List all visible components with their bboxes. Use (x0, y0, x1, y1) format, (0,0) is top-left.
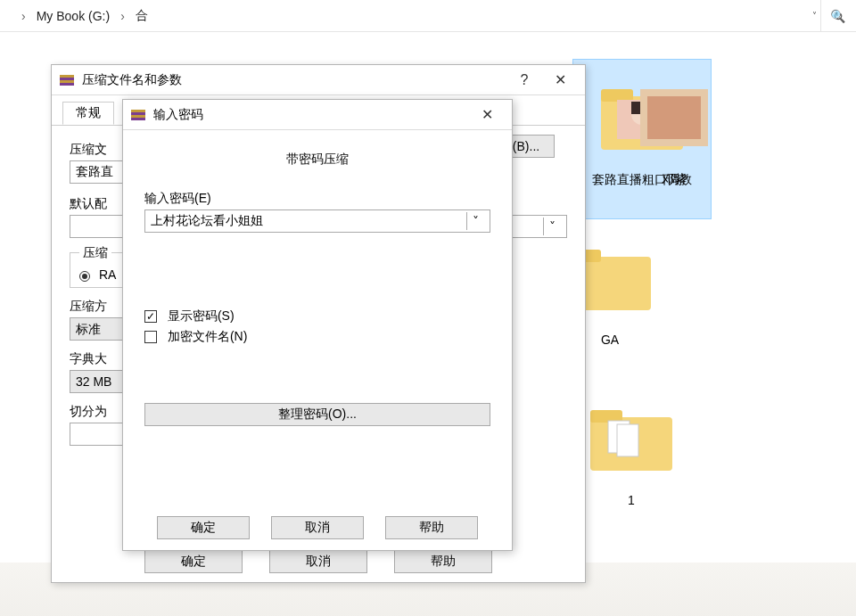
password-label: 输入密码(E) (144, 191, 490, 207)
chevron-down-icon: ˅ (466, 212, 484, 230)
dict-label: 字典大 (70, 351, 126, 367)
chevron-down-icon: ˅ (543, 218, 561, 235)
folder-label: GA (601, 333, 619, 349)
ok-button[interactable]: 确定 (157, 516, 250, 539)
password-value: 上村花论坛看小姐姐 (151, 213, 263, 229)
gear-thumb-icon (0, 82, 25, 153)
tab-general[interactable]: 常规 (62, 102, 114, 125)
image-thumb-icon (630, 82, 719, 153)
ok-button[interactable]: 确定 (144, 550, 243, 573)
chevron-right-icon: › (16, 9, 31, 23)
format-group: 压缩 RA (70, 252, 126, 288)
help-button[interactable]: ? (506, 72, 542, 88)
dict-select[interactable]: 32 MB (70, 370, 123, 393)
breadcrumb-seg[interactable]: 合 (130, 8, 153, 24)
password-combo[interactable]: 上村花论坛看小姐姐 ˅ (144, 209, 490, 233)
manage-passwords-button[interactable]: 整理密码(O)... (144, 403, 490, 426)
show-password-label: 显示密码(S) (168, 308, 235, 323)
encrypt-names-checkbox[interactable] (144, 331, 157, 343)
search-icon: 🔍 (830, 9, 845, 23)
breadcrumb-seg[interactable]: My Book (G:) (31, 9, 115, 23)
svg-rect-23 (617, 424, 638, 456)
winrar-icon (59, 72, 75, 88)
password-heading: 带密码压缩 (144, 152, 490, 168)
method-select[interactable]: 标准 (70, 317, 123, 341)
svg-rect-29 (131, 115, 145, 118)
radio-rar-label: RA (99, 267, 116, 282)
dialog-titlebar[interactable]: 压缩文件名和参数 ? ✕ (52, 65, 585, 95)
archive-name-value: 套路直 (76, 164, 113, 180)
svg-rect-25 (60, 75, 74, 78)
method-label: 压缩方 (70, 299, 126, 315)
winrar-icon (130, 107, 146, 123)
cancel-button[interactable]: 取消 (271, 516, 364, 539)
split-label: 切分为 (70, 404, 126, 420)
help-button[interactable]: 帮助 (385, 516, 478, 539)
dialog-title: 输入密码 (153, 107, 469, 123)
folder-item[interactable]: 邓紫 (605, 59, 744, 219)
search-box[interactable]: 🔍 (820, 0, 856, 31)
chevron-down-icon[interactable]: ˅ (812, 11, 817, 21)
folder-label: 邓紫 (662, 172, 687, 188)
address-bar: › My Book (G:) › 合 ˅ ↻ 🔍 (0, 0, 856, 32)
folder-label: 1 (628, 493, 635, 509)
show-password-checkbox[interactable] (144, 310, 157, 323)
split-field[interactable] (70, 423, 123, 446)
svg-rect-26 (60, 80, 74, 83)
help-button[interactable]: 帮助 (394, 550, 492, 573)
chevron-right-icon: › (115, 9, 130, 23)
svg-rect-13 (647, 96, 701, 139)
format-group-label: 压缩 (79, 245, 111, 261)
dialog-titlebar[interactable]: 输入密码 ✕ (123, 100, 512, 130)
password-dialog: 输入密码 ✕ 带密码压缩 输入密码(E) 上村花论坛看小姐姐 ˅ 显示密码(S)… (122, 99, 513, 551)
radio-rar[interactable] (79, 271, 90, 282)
cancel-button[interactable]: 取消 (269, 550, 367, 573)
dialog-title: 压缩文件名和参数 (82, 72, 506, 88)
svg-rect-28 (131, 110, 145, 112)
close-button[interactable]: ✕ (469, 106, 505, 123)
folder-icon (587, 403, 676, 474)
close-button[interactable]: ✕ (542, 71, 578, 88)
folder-item[interactable]: 资源 (0, 59, 50, 219)
encrypt-names-label: 加密文件名(N) (168, 329, 247, 343)
